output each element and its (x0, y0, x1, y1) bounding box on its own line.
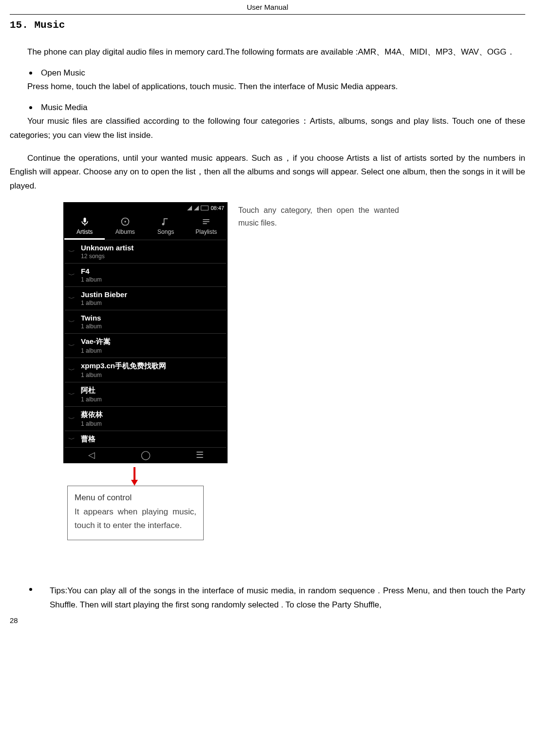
artist-name: Twins (81, 314, 102, 322)
note-icon (161, 217, 171, 227)
callout-title: Menu of control (75, 491, 196, 504)
chevron-down-icon: ﹀ (68, 295, 75, 302)
artist-name: 蔡依林 (81, 410, 103, 419)
tab-label: Albums (115, 228, 135, 235)
music-tabs: Artists Albums Songs Playlists (64, 213, 227, 240)
artist-subtitle: 1 album (81, 276, 102, 283)
artist-name: F4 (81, 267, 102, 275)
svg-marker-8 (131, 480, 138, 486)
callout-menu-control: Menu of control It appears when playing … (67, 486, 204, 540)
section-title: 15. Music (10, 19, 525, 31)
callout-right: Touch any category, then open the wanted… (238, 202, 399, 463)
callout-body: It appears when playing music, touch it … (75, 505, 196, 531)
open-music-text: Press home, touch the label of applicati… (10, 80, 525, 94)
artist-subtitle: 1 album (81, 300, 127, 306)
bullet-music-media-label: Music Media (41, 103, 87, 113)
tab-label: Playlists (195, 228, 217, 235)
artist-name: 曹格 (81, 435, 96, 444)
status-bar: 08:47 (64, 203, 227, 213)
artist-row[interactable]: ﹀阿杜1 album (64, 382, 227, 407)
bullet-icon (29, 588, 32, 591)
artist-name: 阿杜 (81, 386, 102, 395)
artist-row[interactable]: ﹀蔡依林1 album (64, 407, 227, 431)
bullet-open-music: Open Music (29, 68, 525, 78)
artist-subtitle: 1 album (81, 372, 166, 378)
artist-row[interactable]: ﹀Unknown artist12 songs (64, 240, 227, 264)
artist-list: ﹀Unknown artist12 songs﹀F41 album﹀Justin… (64, 240, 227, 448)
chevron-down-icon: ﹀ (68, 391, 75, 397)
signal-icon (187, 206, 192, 210)
bullet-tips: Tips:You can play all of the songs in th… (29, 584, 525, 612)
phone-screenshot: 08:47 Artists Albums Songs Playlists (63, 202, 228, 463)
bullet-icon (29, 106, 32, 109)
svg-point-3 (124, 221, 126, 223)
chevron-down-icon: ﹀ (68, 319, 75, 325)
artist-name: Vae-许嵩 (81, 337, 111, 346)
list-icon (201, 217, 211, 227)
intro-paragraph: The phone can play digital audio files i… (10, 45, 525, 59)
bullet-open-music-label: Open Music (41, 68, 85, 78)
status-time: 08:47 (210, 205, 224, 211)
artist-row[interactable]: ﹀Vae-许嵩1 album (64, 334, 227, 358)
artist-subtitle: 1 album (81, 323, 102, 330)
music-media-text1: Your music files are classified accordin… (10, 114, 525, 143)
figure-area: 08:47 Artists Albums Songs Playlists (63, 202, 525, 463)
recent-icon[interactable]: ☰ (172, 450, 227, 460)
chevron-down-icon: ﹀ (68, 248, 75, 255)
signal-icon (194, 206, 199, 210)
artist-subtitle: 12 songs (81, 253, 134, 260)
artist-name: xpmp3.cn手机免费找歌网 (81, 361, 166, 371)
artist-row[interactable]: ﹀F41 album (64, 264, 227, 287)
mic-icon (80, 217, 90, 227)
artist-row[interactable]: ﹀xpmp3.cn手机免费找歌网1 album (64, 358, 227, 382)
page-header: User Manual (10, 0, 525, 15)
artist-name: Unknown artist (81, 244, 134, 252)
bullet-music-media: Music Media (29, 103, 525, 113)
artist-subtitle: 1 album (81, 347, 111, 354)
battery-icon (201, 206, 209, 210)
tab-label: Artists (76, 228, 93, 235)
red-arrow (129, 466, 525, 486)
chevron-down-icon: ﹀ (68, 367, 75, 373)
tab-artists[interactable]: Artists (64, 213, 105, 240)
chevron-down-icon: ﹀ (68, 342, 75, 349)
back-icon[interactable]: ◁ (64, 450, 118, 460)
artist-row[interactable]: ﹀曹格 (64, 431, 227, 448)
bullet-icon (29, 72, 32, 75)
chevron-down-icon: ﹀ (68, 436, 75, 442)
page-number: 28 (10, 616, 525, 624)
artist-subtitle: 1 album (81, 396, 102, 403)
music-media-text2: Continue the operations, until your want… (10, 151, 525, 194)
tab-label: Songs (157, 228, 174, 235)
tab-albums[interactable]: Albums (105, 213, 145, 240)
tab-songs[interactable]: Songs (146, 213, 186, 240)
home-icon[interactable]: ◯ (118, 450, 172, 460)
tips-text: Tips:You can play all of the songs in th… (41, 584, 525, 612)
tab-playlists[interactable]: Playlists (186, 213, 227, 240)
android-nav-bar: ◁ ◯ ☰ (64, 448, 227, 462)
artist-row[interactable]: ﹀Justin Bieber1 album (64, 287, 227, 310)
chevron-down-icon: ﹀ (68, 416, 75, 422)
artist-subtitle: 1 album (81, 420, 103, 427)
svg-rect-0 (83, 218, 86, 223)
artist-row[interactable]: ﹀Twins1 album (64, 310, 227, 334)
chevron-down-icon: ﹀ (68, 272, 75, 278)
artist-name: Justin Bieber (81, 290, 127, 299)
disc-icon (120, 217, 130, 227)
